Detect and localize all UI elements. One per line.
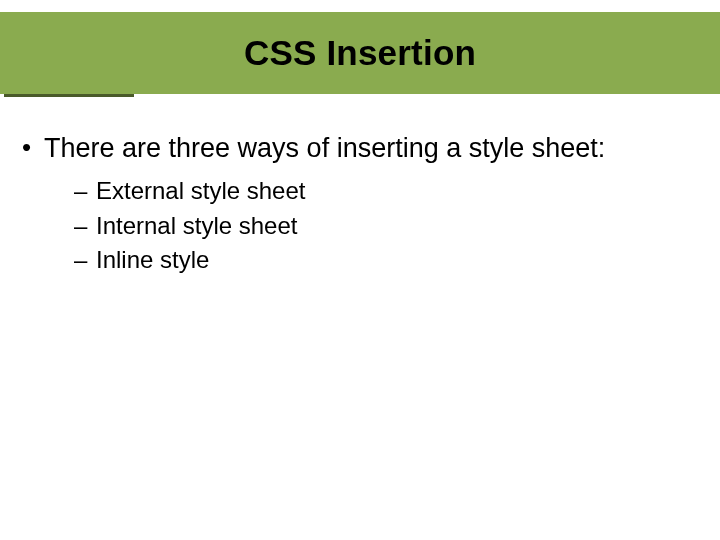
- bullet-main-text: There are three ways of inserting a styl…: [44, 133, 605, 163]
- bullet-main: There are three ways of inserting a styl…: [20, 130, 700, 277]
- slide-title: CSS Insertion: [0, 33, 720, 73]
- slide: CSS Insertion There are three ways of in…: [0, 0, 720, 540]
- sub-bullet: Internal style sheet: [74, 209, 700, 243]
- sub-bullet-text: Internal style sheet: [96, 212, 297, 239]
- accent-underline: [4, 94, 134, 97]
- bullet-list-level2: External style sheet Internal style shee…: [44, 174, 700, 276]
- bullet-list-level1: There are three ways of inserting a styl…: [20, 130, 700, 277]
- sub-bullet: External style sheet: [74, 174, 700, 208]
- sub-bullet-text: External style sheet: [96, 177, 305, 204]
- sub-bullet: Inline style: [74, 243, 700, 277]
- title-band: CSS Insertion: [0, 12, 720, 94]
- sub-bullet-text: Inline style: [96, 246, 209, 273]
- slide-body: There are three ways of inserting a styl…: [20, 130, 700, 277]
